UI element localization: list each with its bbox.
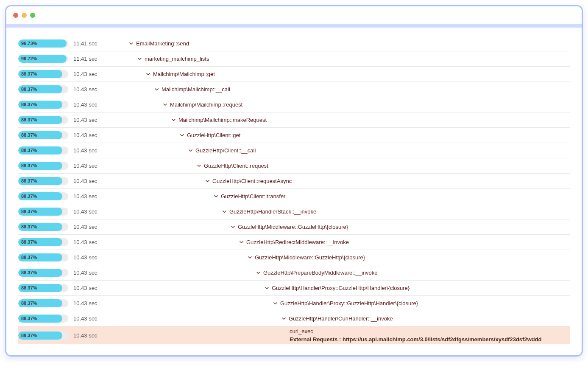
- percent-label: 88.37%: [21, 284, 37, 292]
- call-name: GuzzleHttp\Handler\Proxy::GuzzleHttp\Han…: [280, 300, 418, 306]
- call-name: Mailchimp\Mailchimp::request: [170, 101, 242, 108]
- chevron-down-icon[interactable]: [154, 87, 159, 91]
- chevron-down-icon[interactable]: [281, 317, 286, 320]
- call-name-cell: GuzzleHttp\Handler\CurlHandler::__invoke: [116, 315, 570, 322]
- percent-label: 88.37%: [21, 315, 37, 323]
- trace-row[interactable]: 88.37%10.43 secGuzzleHttp\Client::reques…: [18, 158, 570, 174]
- call-name-cell: Mailchimp\Mailchimp::__call: [116, 86, 570, 93]
- percent-label: 88.37%: [21, 116, 37, 124]
- chevron-down-icon[interactable]: [188, 149, 193, 152]
- chevron-down-icon[interactable]: [137, 57, 142, 61]
- trace-row[interactable]: 88.37%10.43 secMailchimp\Mailchimp::__ca…: [18, 82, 570, 97]
- trace-row[interactable]: 88.37%10.43 secGuzzleHttp\Client::get: [18, 128, 570, 143]
- percent-bar: 88.37%: [18, 177, 73, 185]
- trace-row[interactable]: 96.73%11.41 secEmailMarketing::send: [18, 36, 570, 51]
- trace-row[interactable]: 88.37%10.43 secGuzzleHttp\HandlerStack::…: [18, 204, 570, 219]
- percent-label: 88.37%: [21, 238, 37, 246]
- trace-row[interactable]: 88.37%10.43 secGuzzleHttp\Handler\Proxy:…: [18, 296, 570, 311]
- percent-bar: 88.37%: [18, 146, 73, 155]
- chevron-down-icon[interactable]: [256, 271, 261, 275]
- call-name-cell: GuzzleHttp\Client::requestAsync: [116, 178, 570, 184]
- trace-row[interactable]: 88.37%10.43 secGuzzleHttp\PrepareBodyMid…: [18, 265, 570, 281]
- call-name: GuzzleHttp\Middleware::GuzzleHttp\{closu…: [238, 224, 348, 230]
- trace-row[interactable]: 88.37%10.43 seccurl_execExternal Request…: [18, 326, 570, 344]
- percent-label: 96.73%: [21, 39, 37, 48]
- call-name: GuzzleHttp\Client::get: [187, 132, 240, 138]
- trace-row[interactable]: 96.72%11.41 secmarketing_mailchimp_lists: [18, 51, 570, 67]
- call-name-cell: GuzzleHttp\Client::get: [116, 132, 570, 138]
- chevron-down-icon[interactable]: [162, 103, 167, 107]
- chevron-down-icon[interactable]: [239, 240, 244, 244]
- trace-list: 96.73%11.41 secEmailMarketing::send96.72…: [6, 28, 582, 355]
- percent-label: 88.37%: [21, 85, 37, 93]
- chevron-down-icon[interactable]: [273, 301, 278, 305]
- call-name-cell: marketing_mailchimp_lists: [116, 56, 570, 62]
- time-label: 10.43 sec: [73, 332, 116, 339]
- chevron-down-icon[interactable]: [179, 133, 184, 137]
- percent-bar: 88.37%: [18, 223, 73, 231]
- chevron-down-icon[interactable]: [171, 118, 176, 122]
- window-traffic-lights: [13, 13, 35, 18]
- call-name-cell: GuzzleHttp\Middleware::GuzzleHttp\{closu…: [116, 254, 570, 261]
- time-label: 10.43 sec: [73, 208, 116, 215]
- call-name-cell: GuzzleHttp\Client::request: [116, 163, 570, 169]
- minimize-icon[interactable]: [22, 13, 27, 18]
- time-label: 10.43 sec: [73, 163, 116, 169]
- time-label: 10.43 sec: [73, 270, 116, 276]
- percent-bar: 88.37%: [18, 85, 73, 93]
- call-name: GuzzleHttp\Client::requestAsync: [212, 178, 292, 184]
- call-name: Mailchimp\Mailchimp::__call: [162, 86, 230, 93]
- time-label: 10.43 sec: [73, 117, 116, 123]
- call-name: GuzzleHttp\Middleware::GuzzleHttp\{closu…: [255, 254, 365, 261]
- call-name: EmailMarketing::send: [136, 40, 189, 47]
- time-label: 10.43 sec: [73, 300, 116, 306]
- chevron-down-icon[interactable]: [247, 256, 252, 259]
- trace-row[interactable]: 88.37%10.43 secMailchimp\Mailchimp::get: [18, 67, 570, 82]
- chevron-down-icon[interactable]: [205, 179, 210, 183]
- trace-row[interactable]: 88.37%10.43 secGuzzleHttp\Client::reques…: [18, 174, 570, 189]
- external-request-label: External Requests : https://us.api.mailc…: [290, 336, 542, 343]
- percent-bar: 88.37%: [18, 192, 73, 200]
- call-name: GuzzleHttp\Client::transfer: [221, 193, 285, 200]
- percent-label: 88.37%: [21, 177, 37, 185]
- percent-label: 88.37%: [21, 192, 37, 200]
- chevron-down-icon[interactable]: [222, 210, 227, 214]
- chevron-down-icon[interactable]: [264, 286, 269, 290]
- time-label: 10.43 sec: [73, 147, 116, 154]
- percent-bar: 88.37%: [18, 131, 73, 139]
- chevron-down-icon[interactable]: [128, 42, 134, 45]
- trace-row[interactable]: 88.37%10.43 secMailchimp\Mailchimp::make…: [18, 112, 570, 128]
- percent-bar: 88.37%: [18, 208, 73, 216]
- trace-row[interactable]: 88.37%10.43 secGuzzleHttp\Handler\Proxy:…: [18, 281, 570, 296]
- trace-row[interactable]: 88.37%10.43 secGuzzleHttp\Client::transf…: [18, 189, 570, 204]
- chevron-down-icon[interactable]: [145, 72, 150, 76]
- trace-row[interactable]: 88.37%10.43 secGuzzleHttp\RedirectMiddle…: [18, 235, 570, 250]
- call-name-cell: EmailMarketing::send: [116, 40, 570, 47]
- call-name-cell: GuzzleHttp\PrepareBodyMiddleware::__invo…: [116, 270, 570, 276]
- call-name: GuzzleHttp\PrepareBodyMiddleware::__invo…: [263, 270, 378, 276]
- call-name-cell: GuzzleHttp\HandlerStack::__invoke: [116, 208, 570, 215]
- percent-label: 88.37%: [21, 332, 37, 340]
- trace-row[interactable]: 88.37%10.43 secGuzzleHttp\Handler\CurlHa…: [18, 311, 570, 326]
- percent-bar: 88.37%: [18, 284, 73, 292]
- close-icon[interactable]: [13, 13, 18, 18]
- percent-bar: 88.37%: [18, 101, 73, 109]
- percent-bar: 88.37%: [18, 253, 73, 261]
- time-label: 10.43 sec: [73, 71, 116, 77]
- percent-bar: 88.37%: [18, 299, 73, 307]
- trace-row[interactable]: 88.37%10.43 secGuzzleHttp\Client::__call: [18, 143, 570, 158]
- trace-row[interactable]: 88.37%10.43 secGuzzleHttp\Middleware::Gu…: [18, 219, 570, 235]
- chevron-down-icon[interactable]: [213, 194, 218, 198]
- zoom-icon[interactable]: [30, 13, 35, 18]
- chevron-down-icon[interactable]: [230, 225, 235, 229]
- time-label: 10.43 sec: [73, 193, 116, 200]
- trace-row[interactable]: 88.37%10.43 secMailchimp\Mailchimp::requ…: [18, 97, 570, 112]
- percent-label: 88.37%: [21, 299, 37, 307]
- browser-frame: 96.73%11.41 secEmailMarketing::send96.72…: [5, 5, 583, 357]
- percent-label: 88.37%: [21, 146, 37, 155]
- percent-label: 88.37%: [21, 253, 37, 261]
- percent-label: 88.37%: [21, 131, 37, 139]
- time-label: 11.41 sec: [73, 56, 116, 62]
- trace-row[interactable]: 88.37%10.43 secGuzzleHttp\Middleware::Gu…: [18, 250, 570, 265]
- chevron-down-icon[interactable]: [196, 164, 201, 168]
